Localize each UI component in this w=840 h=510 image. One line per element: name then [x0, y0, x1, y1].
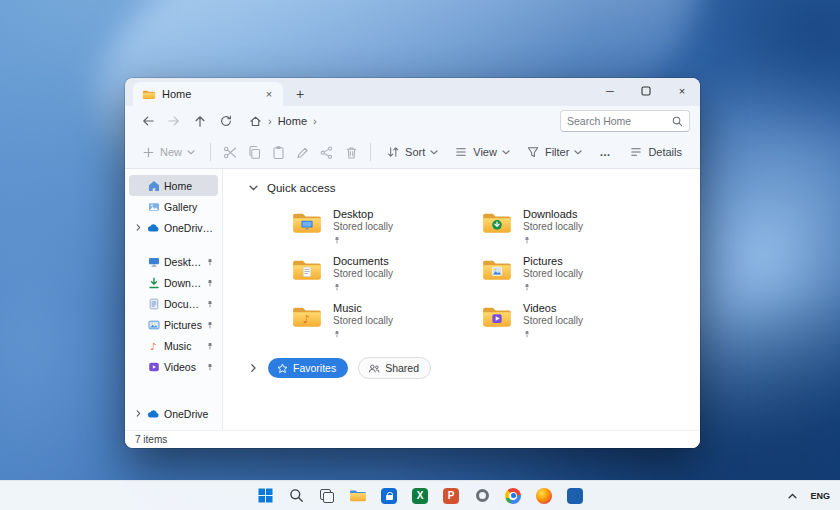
taskbar: X P ENG — [0, 480, 840, 510]
plus-icon — [142, 146, 155, 159]
sidebar-item-documents[interactable]: Documents — [129, 293, 218, 314]
chevron-down-icon — [502, 150, 510, 155]
people-icon — [368, 363, 380, 374]
taskbar-file-explorer-button[interactable] — [347, 485, 369, 507]
videos-folder-icon — [481, 304, 513, 329]
sidebar-item-home[interactable]: Home — [129, 175, 218, 196]
search-input[interactable] — [567, 115, 672, 127]
firefox-icon — [536, 488, 552, 504]
tile-downloads[interactable]: Downloads Stored locally — [481, 207, 671, 249]
delete-button[interactable] — [340, 140, 362, 164]
vscode-icon — [567, 488, 583, 504]
pin-icon — [206, 342, 214, 350]
downloads-folder-icon — [481, 210, 513, 235]
powerpoint-button[interactable]: P — [440, 485, 462, 507]
music-folder-icon: ♪ — [291, 304, 323, 329]
search-box — [560, 110, 690, 132]
paste-button[interactable] — [267, 140, 289, 164]
refresh-button[interactable] — [213, 109, 239, 133]
microsoft-store-button[interactable] — [378, 485, 400, 507]
tab-close-icon[interactable]: × — [261, 86, 277, 102]
quick-access-title: Quick access — [267, 182, 335, 194]
back-button[interactable] — [135, 109, 161, 133]
command-bar: New — [125, 136, 700, 169]
rename-button[interactable] — [292, 140, 314, 164]
filter-button[interactable]: Filter — [519, 141, 589, 163]
more-options-button[interactable]: … — [591, 146, 619, 158]
minimize-button[interactable]: ─ — [592, 78, 628, 104]
copy-icon — [247, 145, 262, 160]
sidebar-item-gallery[interactable]: Gallery — [129, 196, 218, 217]
taskbar-icons: X P — [254, 485, 586, 507]
language-indicator[interactable]: ENG — [810, 491, 830, 501]
pin-icon — [206, 363, 214, 371]
svg-text:♪: ♪ — [150, 341, 156, 352]
navigation-pane: Home Gallery — [125, 169, 223, 430]
sidebar-item-onedrive-personal[interactable]: OneDrive - Personal — [129, 217, 218, 238]
favorites-section: Favorites Shared — [249, 357, 700, 379]
firefox-button[interactable] — [533, 485, 555, 507]
cut-button[interactable] — [219, 140, 241, 164]
sidebar-item-downloads[interactable]: Downloads — [129, 272, 218, 293]
close-button[interactable]: × — [664, 78, 700, 104]
chrome-icon — [505, 488, 521, 504]
taskbar-tray: ENG — [788, 491, 830, 501]
share-button[interactable] — [316, 140, 338, 164]
quick-access-section-header[interactable]: Quick access — [249, 177, 700, 199]
desktop-folder-icon — [291, 210, 323, 235]
task-view-icon — [319, 488, 335, 504]
files-area: Quick access Desktop Stored — [223, 169, 700, 430]
expand-chevron-icon[interactable] — [133, 225, 143, 230]
chevron-down-icon — [249, 185, 258, 191]
excel-button[interactable]: X — [409, 485, 431, 507]
sort-button[interactable]: Sort — [379, 141, 445, 163]
sidebar-item-onedrive[interactable]: OneDrive — [129, 403, 218, 424]
show-hidden-icons-chevron[interactable] — [788, 493, 797, 499]
new-button[interactable]: New — [135, 142, 202, 163]
favorites-button[interactable]: Favorites — [268, 358, 348, 378]
expand-chevron-icon[interactable] — [133, 411, 143, 416]
sidebar-item-music[interactable]: ♪ Music — [129, 335, 218, 356]
new-tab-button[interactable]: + — [289, 83, 311, 105]
maximize-icon — [641, 86, 651, 96]
vscode-button[interactable] — [564, 485, 586, 507]
tab-home[interactable]: Home × — [133, 82, 283, 106]
breadcrumb-item-home[interactable]: Home — [278, 115, 307, 127]
view-button[interactable]: View — [447, 141, 517, 163]
pictures-icon — [147, 318, 160, 331]
task-view-button[interactable] — [316, 485, 338, 507]
navigation-bar: › Home › — [125, 106, 700, 136]
tile-desktop[interactable]: Desktop Stored locally — [291, 207, 481, 249]
copy-button[interactable] — [243, 140, 265, 164]
tile-documents[interactable]: Documents Stored locally — [291, 254, 481, 296]
settings-button[interactable] — [471, 485, 493, 507]
sidebar-item-videos[interactable]: Videos — [129, 356, 218, 377]
taskbar-search-button[interactable] — [285, 485, 307, 507]
pin-icon — [206, 300, 214, 308]
shared-button[interactable]: Shared — [358, 357, 431, 379]
tile-pictures[interactable]: Pictures Stored locally — [481, 254, 671, 296]
start-button[interactable] — [254, 485, 276, 507]
title-bar: Home × + ─ × — [125, 78, 700, 106]
windows-logo-icon — [258, 488, 273, 503]
music-icon: ♪ — [147, 339, 160, 352]
store-icon — [381, 488, 397, 504]
home-icon[interactable] — [249, 115, 262, 128]
tab-title: Home — [162, 88, 255, 100]
cut-icon — [223, 145, 238, 160]
powerpoint-icon: P — [443, 488, 459, 504]
maximize-button[interactable] — [628, 78, 664, 104]
chevron-right-icon[interactable] — [251, 364, 257, 373]
up-button[interactable] — [187, 109, 213, 133]
tile-videos[interactable]: Videos Stored locally — [481, 301, 671, 343]
forward-icon — [167, 114, 181, 128]
details-button[interactable]: Details — [621, 141, 690, 163]
desktop-background: Home × + ─ × — [0, 0, 840, 510]
details-icon — [629, 145, 643, 159]
chrome-button[interactable] — [502, 485, 524, 507]
tile-music[interactable]: ♪ Music Stored locally — [291, 301, 481, 343]
onedrive-icon — [147, 221, 160, 234]
sidebar-item-desktop[interactable]: Desktop — [129, 251, 218, 272]
sidebar-item-pictures[interactable]: Pictures — [129, 314, 218, 335]
forward-button[interactable] — [161, 109, 187, 133]
